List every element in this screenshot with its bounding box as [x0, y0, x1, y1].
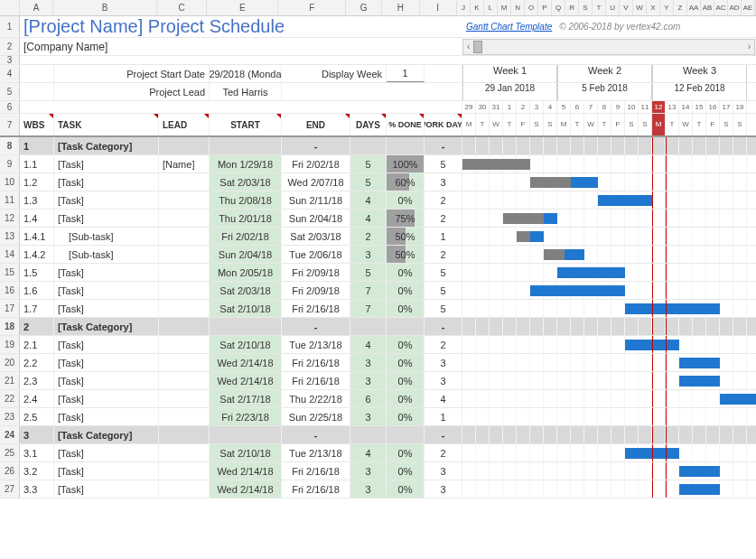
end-cell[interactable]: - [282, 318, 350, 335]
task-cell[interactable]: [Task] [54, 444, 159, 461]
start-cell[interactable]: Fri 2/02/18 [210, 228, 282, 245]
task-row[interactable]: 161.6[Task]Sat 2/03/18Fri 2/09/1870%5 [0, 282, 756, 300]
end-cell[interactable]: Wed 2/07/18 [282, 173, 350, 191]
work-days-cell[interactable]: - [425, 318, 462, 335]
start-cell[interactable]: Sat 2/10/18 [210, 300, 282, 317]
lead-cell[interactable] [159, 173, 210, 191]
days-cell[interactable]: 3 [350, 354, 387, 371]
task-cell[interactable]: [Task] [54, 155, 159, 172]
row-header[interactable]: 13 [0, 228, 20, 245]
task-cell[interactable]: [Task] [54, 210, 159, 227]
row-header[interactable]: 19 [0, 336, 20, 353]
task-cell[interactable]: [Task] [54, 173, 159, 191]
end-cell[interactable]: Fri 2/16/18 [282, 480, 350, 498]
scroll-thumb[interactable] [473, 41, 482, 53]
task-cell[interactable]: [Task Category] [54, 426, 159, 443]
header-pct-done[interactable]: % DONE [387, 114, 425, 135]
lead-cell[interactable]: [Name] [159, 155, 210, 172]
wbs-cell[interactable]: 2.4 [20, 390, 54, 407]
lead-cell[interactable] [159, 444, 210, 461]
wbs-cell[interactable]: 1.1 [20, 155, 54, 172]
row-header[interactable]: 25 [0, 444, 20, 461]
lead-cell[interactable] [159, 228, 210, 245]
start-cell[interactable]: Wed 2/14/18 [210, 462, 282, 480]
pct-done-cell[interactable]: 0% [387, 282, 425, 299]
pct-done-cell[interactable]: 50% [387, 246, 425, 263]
days-cell[interactable]: 3 [350, 372, 387, 389]
display-week-input[interactable]: 1 [387, 65, 425, 82]
week-scroll-nav[interactable]: ‹ › [462, 39, 755, 55]
end-cell[interactable]: Fri 2/16/18 [282, 300, 350, 317]
wbs-cell[interactable]: 3.3 [20, 480, 54, 498]
work-days-cell[interactable]: 5 [425, 264, 462, 281]
task-row[interactable]: 121.4[Task]Thu 2/01/18Sun 2/04/18475%2 [0, 210, 756, 228]
start-cell[interactable]: Wed 2/14/18 [210, 372, 282, 389]
start-cell[interactable]: Wed 2/14/18 [210, 480, 282, 498]
wbs-cell[interactable]: 3 [20, 426, 54, 443]
lead-cell[interactable] [159, 137, 210, 154]
work-days-cell[interactable]: 3 [425, 173, 462, 191]
lead-cell[interactable] [159, 426, 210, 443]
end-cell[interactable]: - [282, 426, 350, 443]
days-cell[interactable]: 4 [350, 210, 387, 227]
lead-cell[interactable] [159, 462, 210, 480]
days-cell[interactable]: 4 [350, 444, 387, 461]
end-cell[interactable]: Fri 2/09/18 [282, 282, 350, 299]
pct-done-cell[interactable]: 0% [387, 336, 425, 353]
task-cell[interactable]: [Task] [54, 462, 159, 480]
wbs-cell[interactable]: 2 [20, 318, 54, 335]
work-days-cell[interactable]: 3 [425, 354, 462, 371]
pct-done-cell[interactable]: 0% [387, 408, 425, 425]
row-header[interactable]: 7 [0, 114, 20, 135]
task-row[interactable]: 171.7[Task]Sat 2/10/18Fri 2/16/1870%5 [0, 300, 756, 318]
task-cell[interactable]: [Task] [54, 480, 159, 498]
lead-cell[interactable] [159, 210, 210, 227]
task-cell[interactable]: [Task] [54, 390, 159, 407]
days-cell[interactable]: 7 [350, 282, 387, 299]
wbs-cell[interactable]: 2.5 [20, 408, 54, 425]
start-cell[interactable]: Sat 2/17/18 [210, 390, 282, 407]
task-cell[interactable]: [Task] [54, 264, 159, 281]
wbs-cell[interactable]: 1.4.2 [20, 246, 54, 263]
task-row[interactable]: 131.4.1[Sub-task]Fri 2/02/18Sat 2/03/182… [0, 228, 756, 246]
start-cell[interactable]: Mon 1/29/18 [210, 155, 282, 172]
end-cell[interactable]: Tue 2/06/18 [282, 246, 350, 263]
task-cell[interactable]: [Task] [54, 408, 159, 425]
days-cell[interactable]: 2 [350, 228, 387, 245]
start-cell[interactable]: Wed 2/14/18 [210, 354, 282, 371]
task-cell[interactable]: [Task] [54, 191, 159, 209]
task-cell[interactable]: [Sub-task] [54, 246, 159, 263]
header-wbs[interactable]: WBS [20, 114, 54, 135]
work-days-cell[interactable]: 5 [425, 155, 462, 172]
pct-done-cell[interactable]: 0% [387, 264, 425, 281]
work-days-cell[interactable]: 2 [425, 444, 462, 461]
lead-cell[interactable] [159, 300, 210, 317]
chevron-left-icon[interactable]: ‹ [467, 42, 470, 51]
task-row[interactable]: 151.5[Task]Mon 2/05/18Fri 2/09/1850%5 [0, 264, 756, 282]
work-days-cell[interactable]: 3 [425, 480, 462, 498]
days-cell[interactable] [350, 318, 387, 335]
days-cell[interactable]: 3 [350, 408, 387, 425]
task-cell[interactable]: [Task] [54, 354, 159, 371]
row-header[interactable]: 24 [0, 426, 20, 443]
wbs-cell[interactable]: 1.5 [20, 264, 54, 281]
end-cell[interactable]: - [282, 137, 350, 154]
days-cell[interactable] [350, 137, 387, 154]
wbs-cell[interactable]: 2.1 [20, 336, 54, 353]
task-row[interactable]: 111.3[Task]Thu 2/08/18Sun 2/11/1840%2 [0, 191, 756, 210]
category-row[interactable]: 243[Task Category]-- [0, 426, 756, 444]
end-cell[interactable]: Sun 2/25/18 [282, 408, 350, 425]
row-header[interactable]: 26 [0, 462, 20, 480]
end-cell[interactable]: Fri 2/16/18 [282, 462, 350, 480]
row-header[interactable]: 14 [0, 246, 20, 263]
start-cell[interactable]: Sat 2/03/18 [210, 173, 282, 191]
end-cell[interactable]: Fri 2/09/18 [282, 264, 350, 281]
pct-done-cell[interactable]: 0% [387, 354, 425, 371]
wbs-cell[interactable]: 2.2 [20, 354, 54, 371]
pct-done-cell[interactable]: 60% [387, 173, 425, 191]
pct-done-cell[interactable]: 0% [387, 444, 425, 461]
end-cell[interactable]: Thu 2/22/18 [282, 390, 350, 407]
row-header[interactable]: 17 [0, 300, 20, 317]
task-row[interactable]: 141.4.2[Sub-task]Sun 2/04/18Tue 2/06/183… [0, 246, 756, 264]
pct-done-cell[interactable]: 75% [387, 210, 425, 227]
